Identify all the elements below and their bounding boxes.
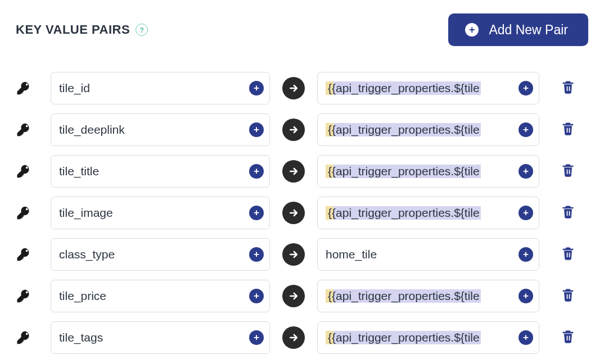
- key-input[interactable]: tile_id+: [51, 72, 270, 104]
- key-icon: [16, 329, 38, 346]
- key-text: tile_id: [59, 81, 90, 95]
- value-input[interactable]: {{api_trigger_properties.${tile+: [317, 113, 539, 146]
- add-variable-key-icon[interactable]: +: [249, 206, 264, 220]
- value-text: {{api_trigger_properties.${tile: [326, 123, 481, 136]
- value-input[interactable]: home_tile+: [317, 238, 539, 271]
- title-wrap: KEY VALUE PAIRS ?: [16, 22, 148, 37]
- key-icon: [16, 288, 38, 304]
- add-variable-key-icon[interactable]: +: [249, 247, 264, 262]
- add-variable-key-icon[interactable]: +: [249, 122, 264, 137]
- add-variable-key-icon[interactable]: +: [249, 164, 264, 179]
- add-new-pair-button[interactable]: + Add New Pair: [448, 13, 588, 46]
- key-input[interactable]: class_type+: [51, 238, 270, 271]
- value-input[interactable]: {{api_trigger_properties.${tile+: [317, 280, 539, 312]
- value-text: {{api_trigger_properties.${tile: [326, 331, 481, 344]
- key-input[interactable]: tile_tags+: [51, 321, 270, 354]
- help-icon[interactable]: ?: [136, 24, 148, 36]
- value-input[interactable]: {{api_trigger_properties.${tile+: [317, 155, 539, 188]
- key-input[interactable]: tile_deeplink+: [51, 113, 270, 146]
- trash-icon: [560, 329, 576, 347]
- pair-row: tile_title+ {{api_trigger_properties.${t…: [16, 155, 588, 188]
- key-text: tile_image: [59, 206, 113, 220]
- key-input[interactable]: tile_price+: [51, 280, 270, 312]
- add-variable-key-icon[interactable]: +: [249, 289, 264, 303]
- trash-icon: [560, 245, 576, 263]
- key-text: class_type: [59, 248, 115, 261]
- key-text: tile_tags: [59, 331, 103, 344]
- key-text: tile_title: [59, 165, 99, 178]
- add-variable-value-icon[interactable]: +: [519, 122, 533, 137]
- key-text: tile_deeplink: [59, 123, 125, 136]
- value-text: {{api_trigger_properties.${tile: [326, 206, 481, 220]
- add-variable-key-icon[interactable]: +: [249, 81, 264, 95]
- delete-row-button[interactable]: [560, 162, 576, 180]
- pair-row: tile_id+ {{api_trigger_properties.${tile…: [16, 72, 588, 104]
- arrow-right-icon: [282, 160, 305, 183]
- pair-row: tile_deeplink+ {{api_trigger_properties.…: [16, 113, 588, 146]
- delete-row-button[interactable]: [560, 204, 576, 222]
- key-icon: [16, 163, 38, 180]
- value-text: {{api_trigger_properties.${tile: [326, 81, 481, 95]
- arrow-right-icon: [282, 326, 305, 349]
- delete-row-button[interactable]: [560, 329, 576, 347]
- section-title: KEY VALUE PAIRS: [16, 22, 130, 37]
- pairs-list: tile_id+ {{api_trigger_properties.${tile…: [16, 72, 588, 354]
- trash-icon: [560, 162, 576, 180]
- value-input[interactable]: {{api_trigger_properties.${tile+: [317, 321, 539, 354]
- add-variable-value-icon[interactable]: +: [519, 330, 533, 345]
- value-input[interactable]: {{api_trigger_properties.${tile+: [317, 72, 539, 104]
- key-icon: [16, 80, 38, 97]
- delete-row-button[interactable]: [560, 121, 576, 139]
- trash-icon: [560, 79, 576, 97]
- arrow-right-icon: [282, 243, 305, 266]
- delete-row-button[interactable]: [560, 245, 576, 263]
- value-text: {{api_trigger_properties.${tile: [326, 165, 481, 178]
- pair-row: class_type+ home_tile+: [16, 238, 588, 271]
- trash-icon: [560, 287, 576, 305]
- key-icon: [16, 121, 38, 138]
- value-input[interactable]: {{api_trigger_properties.${tile+: [317, 197, 539, 229]
- key-text: tile_price: [59, 289, 106, 303]
- add-button-label: Add New Pair: [489, 22, 568, 38]
- delete-row-button[interactable]: [560, 287, 576, 305]
- key-icon: [16, 246, 38, 263]
- arrow-right-icon: [282, 285, 305, 307]
- key-input[interactable]: tile_title+: [51, 155, 270, 188]
- add-variable-key-icon[interactable]: +: [249, 330, 264, 345]
- value-text: {{api_trigger_properties.${tile: [326, 289, 481, 303]
- trash-icon: [560, 204, 576, 222]
- arrow-right-icon: [282, 202, 305, 224]
- key-input[interactable]: tile_image+: [51, 197, 270, 229]
- pair-row: tile_tags+ {{api_trigger_properties.${ti…: [16, 321, 588, 354]
- add-variable-value-icon[interactable]: +: [519, 81, 533, 95]
- plus-circle-icon: +: [465, 23, 479, 37]
- add-variable-value-icon[interactable]: +: [519, 206, 533, 220]
- add-variable-value-icon[interactable]: +: [519, 164, 533, 179]
- pair-row: tile_price+ {{api_trigger_properties.${t…: [16, 280, 588, 312]
- pair-row: tile_image+ {{api_trigger_properties.${t…: [16, 197, 588, 229]
- header-row: KEY VALUE PAIRS ? + Add New Pair: [16, 13, 588, 46]
- arrow-right-icon: [282, 119, 305, 141]
- trash-icon: [560, 121, 576, 139]
- value-text: home_tile: [326, 248, 377, 261]
- arrow-right-icon: [282, 77, 305, 99]
- delete-row-button[interactable]: [560, 79, 576, 97]
- add-variable-value-icon[interactable]: +: [519, 289, 533, 303]
- key-icon: [16, 204, 38, 221]
- add-variable-value-icon[interactable]: +: [519, 247, 533, 262]
